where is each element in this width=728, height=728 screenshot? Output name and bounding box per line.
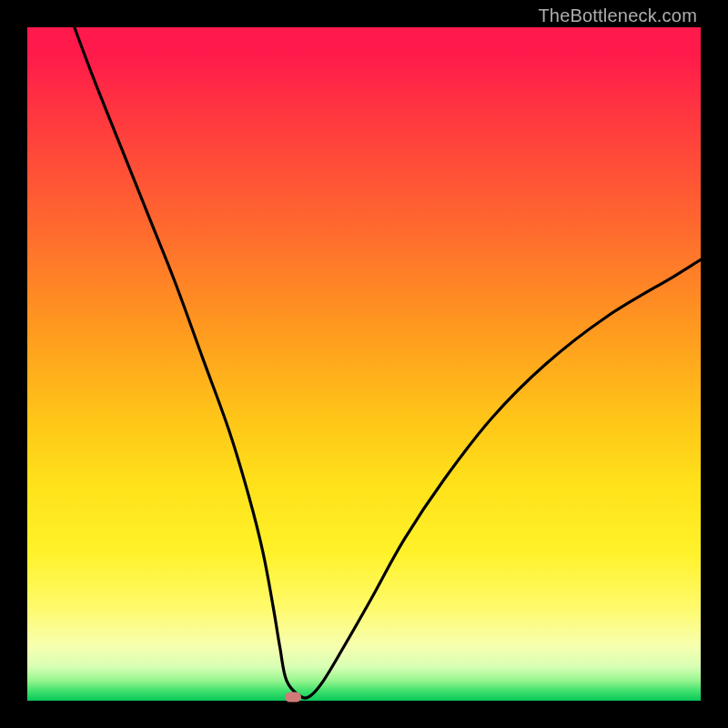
watermark-text: TheBottleneck.com	[538, 5, 697, 26]
bottleneck-curve	[27, 27, 701, 701]
minimum-marker	[285, 692, 301, 702]
chart-frame: TheBottleneck.com	[0, 0, 728, 728]
plot-area	[27, 27, 701, 701]
